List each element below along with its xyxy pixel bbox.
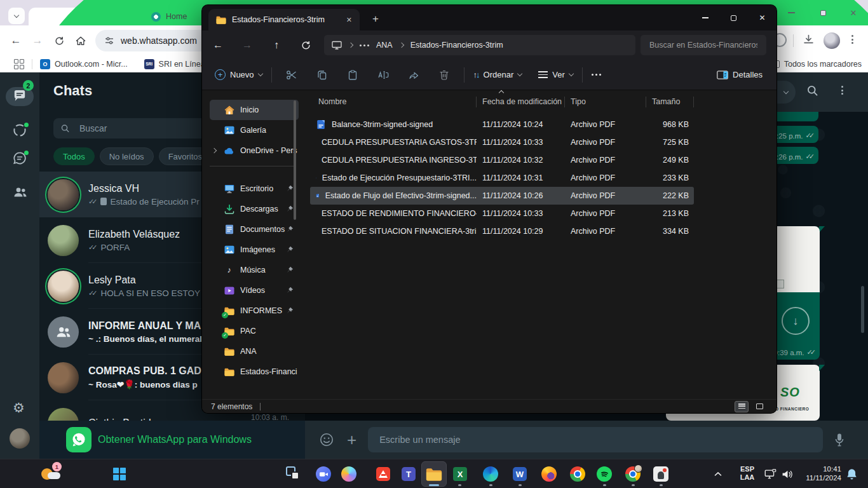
- breadcrumb[interactable]: ANA Estados-Financieros-3trim: [324, 35, 635, 55]
- sidebar-item-musica[interactable]: ♪ Música: [210, 260, 299, 280]
- table-row[interactable]: Balance-3trim-signed-signed 11/11/2024 1…: [310, 116, 694, 133]
- tab-whatsapp[interactable]: (2) WhatsApp ✕: [29, 8, 138, 25]
- breadcrumb-item[interactable]: ANA: [376, 41, 393, 50]
- browser-home-icon[interactable]: [70, 36, 92, 46]
- expand-chevron-icon[interactable]: [212, 148, 217, 153]
- sidebar-scrollbar[interactable]: [294, 100, 296, 220]
- java-app-icon[interactable]: [648, 461, 674, 487]
- minimize-button[interactable]: [691, 5, 719, 30]
- chat-app-icon[interactable]: [311, 461, 336, 487]
- attach-icon[interactable]: +: [347, 430, 356, 450]
- message-input-wrap[interactable]: [368, 427, 823, 452]
- filter-unread[interactable]: No leídos: [100, 147, 154, 165]
- sidebar-item-estados-financieros[interactable]: Estados-Financi: [210, 362, 299, 382]
- sidebar-item-escritorio[interactable]: Escritorio: [210, 179, 299, 199]
- column-header-size[interactable]: Tamaño: [646, 97, 694, 107]
- table-row[interactable]: CEDULA PRESUPUESTARIA INGRESO-3TRI... 11…: [310, 151, 694, 169]
- teams-icon[interactable]: T: [396, 461, 421, 487]
- sidebar-item-imagenes[interactable]: Imágenes: [210, 240, 299, 260]
- breadcrumb-ellipsis[interactable]: [360, 44, 369, 46]
- conversation-search-icon[interactable]: [807, 85, 818, 96]
- task-view-button[interactable]: [281, 461, 306, 487]
- icons-view-toggle[interactable]: [752, 401, 766, 412]
- spotify-icon[interactable]: [592, 461, 617, 487]
- get-whatsapp-banner[interactable]: Obtener WhatsApp para Windows: [39, 421, 305, 459]
- browser-close-button[interactable]: ✕: [844, 5, 863, 20]
- all-bookmarks-button[interactable]: Todos los marcadores: [772, 60, 862, 69]
- bookmark-outlook[interactable]: O Outlook.com - Micr...: [40, 59, 128, 69]
- table-row[interactable]: ESTADO DE SITUACION FINANCIERA-3tri... 1…: [310, 222, 694, 240]
- share-icon[interactable]: [403, 70, 424, 80]
- avatar[interactable]: [48, 225, 79, 256]
- download-button[interactable]: ↓: [782, 307, 810, 335]
- volume-icon[interactable]: [782, 459, 794, 488]
- browser-minimize-button[interactable]: [782, 5, 801, 20]
- explorer-search-box[interactable]: [641, 35, 766, 55]
- sort-button[interactable]: ↑↓ Ordenar: [473, 70, 522, 79]
- clock[interactable]: 10:41 11/11/2024: [799, 459, 841, 488]
- bookmark-sri[interactable]: SRI SRI en Línea -: [144, 59, 210, 69]
- sidebar-item-inicio[interactable]: Inicio: [210, 100, 299, 120]
- widgets-button[interactable]: 1: [29, 459, 65, 488]
- channels-nav-icon[interactable]: [13, 151, 27, 165]
- browser-profile-avatar[interactable]: [824, 32, 840, 49]
- reload-icon[interactable]: [48, 36, 70, 46]
- close-button[interactable]: ✕: [748, 5, 776, 30]
- browser-menu-icon[interactable]: [851, 35, 853, 44]
- sidebar-item-onedrive[interactable]: OneDrive - Pers: [210, 140, 299, 161]
- cut-icon[interactable]: [281, 70, 302, 80]
- explorer-search-input[interactable]: [648, 40, 759, 50]
- word-icon[interactable]: W: [507, 461, 532, 487]
- tab-search-button[interactable]: [8, 8, 25, 24]
- downloads-icon[interactable]: [803, 34, 814, 45]
- chevron-right-icon[interactable]: [348, 43, 353, 48]
- view-button[interactable]: Ver: [538, 70, 573, 79]
- sidebar-item-informes[interactable]: ✓ INFORMES: [210, 301, 299, 321]
- table-row-selected[interactable]: Estado de Flujo del Efectivo-3trim-signe…: [310, 187, 694, 205]
- chevron-right-icon[interactable]: [398, 43, 403, 48]
- message-input[interactable]: [378, 434, 813, 445]
- edge-icon[interactable]: [478, 461, 503, 487]
- tray-expand-button[interactable]: [714, 459, 722, 488]
- chrome-icon[interactable]: [565, 461, 590, 487]
- new-button[interactable]: + Nuevo: [215, 69, 262, 80]
- apps-grid-icon[interactable]: [14, 59, 24, 69]
- column-header-type[interactable]: Tipo: [565, 97, 646, 107]
- copy-icon[interactable]: [311, 70, 333, 80]
- sidebar-item-pac[interactable]: ✓ PAC: [210, 321, 299, 341]
- filter-all[interactable]: Todos: [53, 147, 95, 165]
- status-nav-icon[interactable]: [13, 123, 27, 137]
- table-row[interactable]: CEDULA PRESUPUESTARIA GASTOS-3TRI... 11/…: [310, 133, 694, 151]
- browser-restore-button[interactable]: [813, 5, 832, 20]
- scrollbar[interactable]: [861, 286, 864, 333]
- file-explorer-icon[interactable]: [421, 461, 447, 487]
- delete-icon[interactable]: [433, 70, 455, 80]
- sidebar-item-videos[interactable]: Vídeos: [210, 280, 299, 301]
- communities-nav-icon[interactable]: [13, 186, 28, 198]
- tab-close-icon[interactable]: ✕: [346, 16, 352, 24]
- emoji-icon[interactable]: [319, 432, 334, 447]
- sidebar-item-descargas[interactable]: Descargas: [210, 199, 299, 219]
- table-row[interactable]: Estado de Ejecución Presupuestario-3TRI.…: [310, 169, 694, 187]
- maximize-button[interactable]: [719, 5, 748, 30]
- avatar[interactable]: [48, 271, 79, 302]
- notifications-bell-icon[interactable]: [846, 459, 857, 488]
- sidebar-item-documentos[interactable]: Documentos: [210, 219, 299, 240]
- excel-icon[interactable]: X: [447, 461, 473, 487]
- details-button[interactable]: Detalles: [717, 70, 763, 79]
- back-icon[interactable]: ←: [5, 34, 27, 47]
- group-avatar[interactable]: [48, 362, 79, 393]
- chrome-profile-icon[interactable]: [620, 461, 646, 487]
- avatar[interactable]: [48, 179, 79, 210]
- site-settings-icon[interactable]: [104, 36, 114, 46]
- profile-avatar[interactable]: [10, 428, 30, 449]
- refresh-icon[interactable]: [299, 41, 313, 50]
- column-header-name[interactable]: Nombre: [310, 97, 477, 107]
- back-icon[interactable]: ←: [211, 39, 225, 51]
- up-icon[interactable]: ↑: [269, 39, 283, 51]
- paste-icon[interactable]: [342, 70, 363, 80]
- start-button[interactable]: [107, 461, 132, 487]
- new-tab-icon[interactable]: +: [372, 13, 379, 25]
- chats-nav-icon[interactable]: [13, 90, 27, 102]
- this-pc-icon[interactable]: [332, 41, 342, 50]
